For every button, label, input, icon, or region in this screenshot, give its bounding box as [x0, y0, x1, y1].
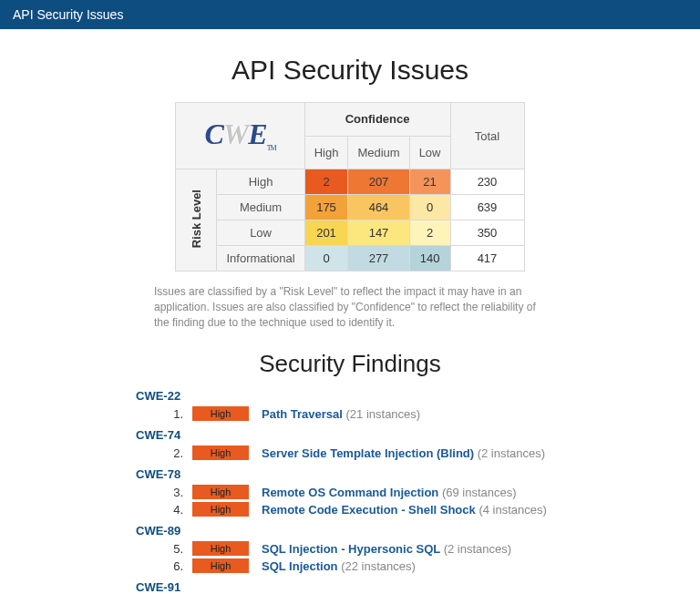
logo-letter-c: C — [204, 118, 222, 150]
matrix-cell: 277 — [348, 246, 409, 271]
cwe-heading: CWE-22 — [136, 389, 564, 403]
cwe-logo: CWETM — [204, 118, 275, 150]
top-bar-title: API Security Issues — [13, 7, 123, 22]
finding-title: Remote OS Command Injection — [262, 486, 442, 499]
finding-index: 6. — [158, 559, 183, 573]
matrix-cell: 201 — [304, 220, 348, 246]
col-low-header: Low — [409, 136, 450, 169]
finding-text: Path Traversal (21 instances) — [262, 407, 420, 421]
matrix-cell: 175 — [304, 195, 348, 220]
row-total: 639 — [450, 195, 524, 220]
finding-index: 2. — [158, 446, 183, 460]
top-bar: API Security Issues — [0, 0, 700, 29]
severity-badge: High — [192, 541, 249, 556]
col-total-header: Total — [450, 103, 524, 169]
logo-letter-w: W — [223, 118, 248, 150]
col-high-header: High — [304, 136, 348, 169]
matrix-cell: 2 — [409, 220, 450, 246]
cwe-heading: CWE-91 — [136, 580, 564, 594]
finding-count: (22 instances) — [341, 559, 416, 573]
finding-index: 3. — [158, 486, 183, 499]
severity-badge: High — [192, 558, 249, 573]
matrix-cell: 0 — [409, 195, 450, 220]
risk-row-label: Low — [217, 220, 304, 246]
finding-title: SQL Injection — [262, 559, 341, 573]
confidence-header: Confidence — [304, 103, 450, 137]
cwe-logo-cell: CWETM — [176, 103, 304, 169]
findings-heading: Security Findings — [0, 350, 700, 378]
severity-badge: High — [192, 406, 249, 421]
finding-row: 1.HighPath Traversal (21 instances) — [158, 406, 564, 421]
findings-list: CWE-221.HighPath Traversal (21 instances… — [136, 389, 564, 594]
risk-row-label: High — [217, 169, 304, 195]
finding-title: Remote Code Execution - Shell Shock — [262, 503, 479, 517]
finding-count: (4 instances) — [479, 503, 546, 517]
row-total: 350 — [450, 220, 524, 246]
finding-text: Remote OS Command Injection (69 instance… — [262, 486, 517, 499]
finding-row: 4.HighRemote Code Execution - Shell Shoc… — [158, 502, 564, 517]
finding-text: Server Side Template Injection (Blind) (… — [262, 446, 545, 460]
row-total: 230 — [450, 169, 524, 195]
finding-text: SQL Injection (22 instances) — [262, 559, 416, 573]
row-total: 417 — [450, 246, 524, 271]
risk-confidence-matrix: CWETM Confidence Total High Medium Low R… — [175, 102, 524, 271]
severity-badge: High — [192, 502, 249, 517]
severity-badge: High — [192, 485, 249, 499]
matrix-cell: 147 — [348, 220, 409, 246]
col-medium-header: Medium — [348, 136, 409, 169]
matrix-caption: Issues are classified by a "Risk Level" … — [154, 284, 546, 330]
finding-row: 2.HighServer Side Template Injection (Bl… — [158, 446, 564, 460]
finding-row: 3.HighRemote OS Command Injection (69 in… — [158, 485, 564, 499]
matrix-cell: 207 — [348, 169, 409, 195]
risk-row-label: Medium — [217, 195, 304, 220]
matrix-cell: 140 — [409, 246, 450, 271]
severity-badge: High — [192, 446, 249, 460]
matrix-cell: 464 — [348, 195, 409, 220]
cwe-heading: CWE-74 — [136, 428, 564, 442]
finding-count: (69 instances) — [442, 486, 517, 499]
report-body: API Security Issues CWETM Confidence Tot… — [0, 29, 700, 594]
finding-title: Server Side Template Injection (Blind) — [262, 446, 478, 460]
logo-letter-e: E — [248, 118, 266, 150]
page-title: API Security Issues — [0, 55, 700, 86]
risk-row-label: Informational — [217, 246, 304, 271]
finding-row: 6.HighSQL Injection (22 instances) — [158, 558, 564, 573]
finding-text: Remote Code Execution - Shell Shock (4 i… — [262, 503, 547, 517]
finding-text: SQL Injection - Hypersonic SQL (2 instan… — [262, 542, 511, 556]
finding-count: (2 instances) — [444, 542, 511, 556]
cwe-heading: CWE-89 — [136, 524, 564, 538]
finding-title: SQL Injection - Hypersonic SQL — [262, 542, 444, 556]
logo-tm: TM — [267, 144, 276, 152]
finding-count: (2 instances) — [478, 446, 545, 460]
cwe-heading: CWE-78 — [136, 467, 564, 481]
finding-index: 1. — [158, 407, 183, 421]
finding-row: 5.HighSQL Injection - Hypersonic SQL (2 … — [158, 541, 564, 556]
finding-index: 5. — [158, 542, 183, 556]
finding-title: Path Traversal — [262, 407, 346, 421]
matrix-cell: 2 — [304, 169, 348, 195]
risk-level-header: Risk Level — [176, 169, 217, 271]
matrix-cell: 0 — [304, 246, 348, 271]
finding-index: 4. — [158, 503, 183, 517]
finding-count: (21 instances) — [346, 407, 421, 421]
matrix-cell: 21 — [409, 169, 450, 195]
